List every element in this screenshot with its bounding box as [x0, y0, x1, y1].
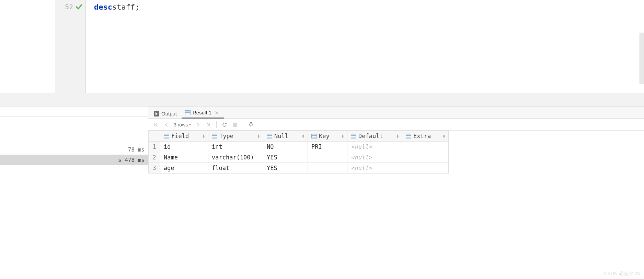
history-panel-header: [0, 107, 148, 117]
sql-keyword: desc: [94, 3, 112, 11]
column-icon: [267, 134, 272, 138]
history-panel: 78 ms s 478 ms: [0, 107, 148, 279]
column-label: Null: [274, 133, 288, 140]
prev-page-button[interactable]: [162, 120, 171, 129]
sort-icon[interactable]: ▲▼: [443, 134, 445, 138]
column-icon: [351, 134, 356, 138]
result-grid-wrap[interactable]: Field▲▼Type▲▼Null▲▼Key▲▼Default▲▼Extra▲▼…: [148, 131, 644, 279]
cell[interactable]: Name: [160, 152, 208, 163]
line-number: 52: [65, 3, 73, 11]
cell[interactable]: NO: [263, 142, 308, 152]
table-row[interactable]: 1idintNOPRI<null>: [149, 142, 449, 152]
first-page-button[interactable]: [152, 120, 161, 129]
history-item[interactable]: s 478 ms: [0, 155, 148, 165]
rows-count-dropdown[interactable]: 3 rows ▾: [174, 122, 191, 127]
results-tabs: Output Result 1 ✕: [148, 107, 644, 119]
column-header[interactable]: Extra▲▼: [402, 131, 449, 142]
tab-label: Result 1: [193, 110, 211, 115]
tab-result[interactable]: Result 1 ✕: [182, 108, 224, 119]
null-value: <null>: [351, 154, 372, 161]
lower-split: 78 ms s 478 ms Output Result 1 ✕: [0, 107, 644, 279]
chevron-down-icon: ▾: [189, 123, 191, 126]
sql-punct: ;: [135, 3, 139, 11]
row-number: 1: [149, 142, 160, 152]
row-number: 2: [149, 152, 160, 163]
cell[interactable]: [402, 152, 449, 163]
column-header[interactable]: Key▲▼: [308, 131, 347, 142]
column-label: Default: [358, 133, 383, 140]
column-label: Extra: [413, 133, 431, 140]
cell[interactable]: YES: [263, 152, 308, 163]
column-header[interactable]: Default▲▼: [347, 131, 402, 142]
grid-icon: [185, 110, 191, 115]
editor-gutter: 52: [0, 0, 86, 93]
gutter-left-strip: [0, 0, 55, 93]
row-number: 3: [149, 163, 160, 174]
close-icon[interactable]: ✕: [215, 110, 219, 115]
editor-scrollbar[interactable]: [640, 33, 644, 84]
cell[interactable]: <null>: [347, 163, 402, 174]
column-label: Type: [219, 133, 233, 140]
history-item[interactable]: 78 ms: [0, 144, 148, 155]
stop-icon: [233, 123, 237, 127]
sql-identifier: staff: [112, 3, 135, 11]
cell[interactable]: <null>: [347, 142, 402, 152]
editor-code-area[interactable]: desc staff;: [86, 0, 644, 93]
run-icon: [154, 111, 159, 116]
watermark: CSDN @落水 zh: [604, 271, 640, 277]
column-header[interactable]: Field▲▼: [160, 131, 208, 142]
tab-label: Output: [161, 111, 177, 116]
toolbar-separator: [243, 121, 243, 128]
cell[interactable]: PRI: [308, 142, 347, 152]
column-icon: [164, 134, 169, 138]
rows-count-label: 3 rows: [174, 122, 188, 127]
sort-icon[interactable]: ▲▼: [203, 134, 205, 138]
row-number-header: [149, 131, 160, 142]
cell[interactable]: <null>: [347, 152, 402, 163]
column-icon: [311, 134, 317, 138]
null-value: <null>: [351, 165, 372, 171]
cell[interactable]: varchar(100): [208, 152, 263, 163]
tab-output[interactable]: Output: [150, 109, 182, 119]
cell[interactable]: [402, 163, 449, 174]
cell[interactable]: float: [208, 163, 263, 174]
cell[interactable]: [402, 142, 449, 152]
table-row[interactable]: 2Namevarchar(100)YES<null>: [149, 152, 449, 163]
cell[interactable]: int: [208, 142, 263, 152]
column-icon: [406, 134, 411, 138]
column-header[interactable]: Type▲▼: [208, 131, 263, 142]
cell[interactable]: age: [160, 163, 208, 174]
null-value: <null>: [351, 143, 372, 150]
result-grid[interactable]: Field▲▼Type▲▼Null▲▼Key▲▼Default▲▼Extra▲▼…: [148, 131, 449, 174]
last-page-button[interactable]: [204, 120, 213, 129]
column-label: Key: [319, 133, 330, 140]
sort-icon[interactable]: ▲▼: [342, 134, 344, 138]
sort-icon[interactable]: ▲▼: [302, 134, 304, 138]
column-header[interactable]: Null▲▼: [263, 131, 308, 142]
history-item-label: s 478 ms: [118, 157, 145, 163]
sql-editor[interactable]: 52 desc staff;: [0, 0, 644, 93]
stop-button[interactable]: [230, 120, 239, 129]
results-panel: Output Result 1 ✕ 3 rows ▾: [148, 107, 644, 279]
cell[interactable]: YES: [263, 163, 308, 174]
cell[interactable]: [308, 163, 347, 174]
table-row[interactable]: 3agefloatYES<null>: [149, 163, 449, 174]
gutter-line: 52: [65, 2, 83, 12]
toolbar-separator: [216, 121, 217, 128]
cell[interactable]: id: [160, 142, 208, 152]
refresh-button[interactable]: [220, 120, 229, 129]
column-label: Field: [171, 133, 189, 140]
sort-icon[interactable]: ▲▼: [397, 134, 399, 138]
history-list: 78 ms s 478 ms: [0, 117, 148, 165]
column-icon: [212, 134, 217, 138]
pin-button[interactable]: [246, 120, 255, 129]
check-icon: [75, 3, 83, 11]
code-line[interactable]: desc staff;: [94, 2, 644, 12]
next-page-button[interactable]: [194, 120, 203, 129]
panel-divider[interactable]: [0, 93, 644, 107]
history-item-label: 78 ms: [128, 146, 145, 153]
results-toolbar: 3 rows ▾: [148, 119, 644, 131]
cell[interactable]: [308, 152, 347, 163]
sort-icon[interactable]: ▲▼: [258, 134, 260, 138]
